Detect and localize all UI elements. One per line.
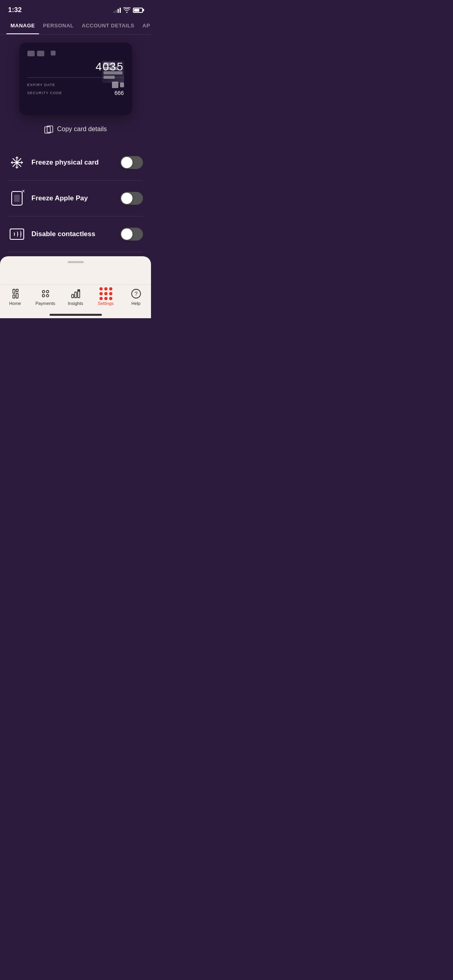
copy-card-label: Copy card details [57, 126, 107, 133]
card-hologram [102, 61, 124, 83]
status-icons [114, 7, 143, 13]
nav-home[interactable]: Home [3, 288, 27, 306]
security-code-value: 666 [114, 90, 124, 96]
help-icon: ? [130, 288, 142, 299]
home-icon [10, 288, 21, 299]
home-indicator [0, 314, 151, 318]
credit-card: 4035 EXPIRY DATE SECURITY CODE 6 [19, 43, 132, 115]
bottom-sheet [0, 256, 151, 284]
copy-icon [44, 125, 53, 134]
security-code-label: SECURITY CODE [27, 91, 62, 95]
svg-rect-14 [13, 295, 15, 298]
card-bottom: EXPIRY DATE SECURITY CODE 666 [27, 82, 124, 96]
nav-settings[interactable]: Settings [94, 288, 118, 306]
disable-contactless-label: Disable contactless [31, 230, 120, 238]
svg-point-23 [78, 290, 79, 292]
phone-x-icon-wrap [8, 189, 26, 207]
home-label: Home [9, 301, 21, 306]
freeze-physical-label: Freeze physical card [31, 159, 120, 167]
toggle-rows: Freeze physical card Freeze Apple Pay [0, 145, 151, 252]
nav-payments[interactable]: Payments [33, 288, 58, 306]
security-code-row: SECURITY CODE 666 [27, 90, 124, 96]
svg-rect-21 [74, 292, 77, 298]
card-section: 4035 EXPIRY DATE SECURITY CODE 6 [0, 35, 151, 141]
tab-manage[interactable]: MANAGE [6, 18, 39, 34]
tab-personal[interactable]: PERSONAL [39, 18, 78, 34]
contactless-icon-wrap [8, 225, 26, 243]
expiry-label: EXPIRY DATE [27, 83, 56, 87]
help-label: Help [131, 301, 141, 306]
svg-point-17 [46, 290, 49, 293]
signal-icon [114, 7, 121, 13]
status-time: 1:32 [8, 6, 22, 14]
svg-point-18 [42, 294, 45, 297]
tab-ap[interactable]: AP [139, 18, 151, 34]
freeze-physical-card-row: Freeze physical card [8, 145, 143, 181]
wifi-icon [123, 7, 130, 13]
freeze-physical-toggle[interactable] [120, 156, 143, 169]
snowflake-icon-wrap [8, 154, 26, 171]
freeze-apple-pay-toggle[interactable] [120, 192, 143, 205]
svg-text:?: ? [134, 290, 138, 297]
battery-icon [133, 8, 143, 13]
payments-label: Payments [35, 301, 55, 306]
card-chip-3 [51, 51, 56, 56]
card-chip-2 [37, 51, 44, 56]
insights-icon [70, 288, 81, 299]
top-tabs: MANAGE PERSONAL ACCOUNT DETAILS AP [0, 18, 151, 35]
bottom-nav: Home Payments Insights [0, 284, 151, 314]
payments-icon [40, 288, 51, 299]
phone-x-icon [11, 191, 23, 206]
home-bar [50, 314, 102, 316]
settings-icon [100, 288, 112, 299]
nav-help[interactable]: ? Help [124, 288, 148, 306]
svg-rect-20 [72, 294, 74, 298]
status-bar: 1:32 [0, 0, 151, 18]
disable-contactless-row: Disable contactless [8, 216, 143, 252]
svg-point-19 [46, 294, 49, 297]
freeze-apple-pay-label: Freeze Apple Pay [31, 194, 120, 202]
nav-insights[interactable]: Insights [64, 288, 88, 306]
settings-label: Settings [98, 301, 114, 306]
svg-point-16 [42, 290, 45, 293]
copy-card-details-button[interactable]: Copy card details [36, 121, 115, 137]
contactless-icon [10, 229, 24, 240]
insights-label: Insights [68, 301, 83, 306]
sheet-handle [68, 261, 84, 263]
svg-rect-12 [13, 289, 15, 293]
svg-rect-13 [16, 289, 18, 292]
card-chip-area [27, 51, 124, 56]
tab-account-details[interactable]: ACCOUNT DETAILS [78, 18, 139, 34]
snowflake-icon [10, 156, 23, 169]
freeze-apple-pay-row: Freeze Apple Pay [8, 181, 143, 216]
card-chip-1 [27, 51, 35, 56]
svg-rect-15 [16, 293, 18, 298]
disable-contactless-toggle[interactable] [120, 228, 143, 241]
